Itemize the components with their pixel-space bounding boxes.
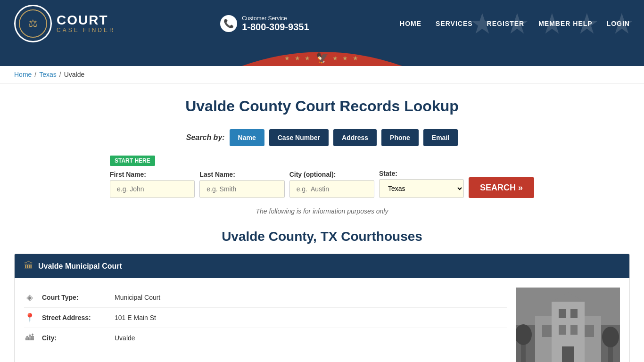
search-section: Search by: Name Case Number Address Phon… <box>110 129 534 215</box>
tab-phone[interactable]: Phone <box>381 129 419 146</box>
logo-court-text: COURT <box>57 14 116 27</box>
courthouse-body: ◈ Court Type: Municipal Court 📍 Street A… <box>15 278 629 362</box>
courthouse-icon: 🏛 <box>24 261 33 272</box>
breadcrumb-sep-2: / <box>59 71 61 78</box>
nav-member-help[interactable]: MEMBER HELP <box>538 20 592 27</box>
tab-case-number[interactable]: Case Number <box>269 129 329 146</box>
courthouse-photo-placeholder <box>516 288 620 362</box>
state-label: State: <box>379 170 464 177</box>
detail-row-city: 🏙 City: Uvalde <box>24 328 507 347</box>
cs-label: Customer Service <box>242 15 309 22</box>
logo-text: COURT CASE FINDER <box>57 14 116 33</box>
tab-address[interactable]: Address <box>333 129 377 146</box>
logo-area: ⚖ COURT CASE FINDER <box>14 5 116 42</box>
nav-register[interactable]: REGISTER <box>487 20 525 27</box>
nav-login[interactable]: LOGIN <box>607 20 630 27</box>
court-type-label: Court Type: <box>42 294 108 301</box>
last-name-group: Last Name: <box>199 171 284 198</box>
svg-rect-9 <box>570 325 578 335</box>
main-nav: HOME SERVICES REGISTER MEMBER HELP LOGIN <box>400 20 630 27</box>
city-group: City (optional): <box>289 171 374 198</box>
logo-case-finder-text: CASE FINDER <box>57 27 116 33</box>
city-label: City (optional): <box>289 171 374 178</box>
main-content: Uvalde County Court Records Lookup Searc… <box>0 83 644 362</box>
nav-home[interactable]: HOME <box>400 20 421 27</box>
logo-badge: ⚖ <box>14 5 52 42</box>
city-input[interactable] <box>289 180 374 198</box>
svg-rect-11 <box>562 346 574 362</box>
tab-name[interactable]: Name <box>230 129 264 146</box>
detail-row-address: 📍 Street Address: 101 E Main St <box>24 308 507 328</box>
search-button-label: SEARCH » <box>480 183 523 193</box>
courthouse-name-link[interactable]: Uvalde Municipal Court <box>38 262 122 271</box>
breadcrumb-bar: Home / Texas / Uvalde <box>0 66 644 83</box>
courthouse-photo <box>516 288 620 362</box>
address-value: 101 E Main St <box>115 314 156 321</box>
breadcrumb-home[interactable]: Home <box>14 71 32 78</box>
courthouses-title: Uvalde County, TX Courthouses <box>14 229 630 244</box>
svg-rect-10 <box>585 325 594 337</box>
nav-services[interactable]: SERVICES <box>436 20 473 27</box>
page-title: Uvalde County Court Records Lookup <box>14 98 630 115</box>
start-here-badge: START HERE <box>110 156 534 170</box>
cs-phone: 1-800-309-9351 <box>242 22 309 33</box>
eagle-stars-right: ★ ★ ★ <box>332 55 360 62</box>
first-name-input[interactable] <box>110 180 195 198</box>
search-by-row: Search by: Name Case Number Address Phon… <box>110 129 534 146</box>
svg-rect-5 <box>559 309 566 318</box>
detail-row-court-type: ◈ Court Type: Municipal Court <box>24 288 507 308</box>
eagle-content: ★ ★ ★ 🦅 ★ ★ ★ <box>284 52 359 64</box>
tab-email[interactable]: Email <box>423 129 458 146</box>
courthouse-card: 🏛 Uvalde Municipal Court ◈ Court Type: M… <box>14 254 630 362</box>
courthouse-details: ◈ Court Type: Municipal Court 📍 Street A… <box>24 288 507 362</box>
last-name-input[interactable] <box>199 180 284 198</box>
search-by-label: Search by: <box>186 133 225 142</box>
site-header: ★ ★ ★ ★ ★ ⚖ COURT CASE FINDER 📞 Customer… <box>0 0 644 66</box>
court-type-value: Municipal Court <box>115 294 160 301</box>
last-name-label: Last Name: <box>199 171 284 178</box>
city-icon: 🏙 <box>24 333 35 343</box>
court-type-icon: ◈ <box>24 292 35 303</box>
courthouse-header: 🏛 Uvalde Municipal Court <box>15 254 629 278</box>
city-detail-label: City: <box>42 334 108 342</box>
breadcrumb-texas[interactable]: Texas <box>39 71 57 78</box>
city-detail-value: Uvalde <box>115 334 135 342</box>
eagle-icon: 🦅 <box>316 52 329 64</box>
first-name-group: First Name: <box>110 171 195 198</box>
info-note: The following is for information purpose… <box>110 207 534 215</box>
state-select[interactable]: Texas Alabama Alaska Arizona California … <box>379 179 464 198</box>
logo-icon: ⚖ <box>28 17 38 30</box>
start-here-label: START HERE <box>110 156 155 166</box>
eagle-strip: ★ ★ ★ 🦅 ★ ★ ★ <box>0 47 644 66</box>
search-button[interactable]: SEARCH » <box>469 177 534 198</box>
svg-rect-6 <box>570 309 578 318</box>
eagle-stars-left: ★ ★ ★ <box>284 55 312 62</box>
search-form: First Name: Last Name: City (optional): … <box>110 170 534 198</box>
breadcrumb-sep-1: / <box>34 71 36 78</box>
breadcrumb-current: Uvalde <box>64 71 85 78</box>
customer-service: 📞 Customer Service 1-800-309-9351 <box>220 15 309 33</box>
first-name-label: First Name: <box>110 171 195 178</box>
breadcrumb: Home / Texas / Uvalde <box>14 71 630 78</box>
courthouse-building-svg <box>516 288 620 362</box>
address-label: Street Address: <box>42 314 108 321</box>
address-icon: 📍 <box>24 313 35 323</box>
state-group: State: Texas Alabama Alaska Arizona Cali… <box>379 170 464 198</box>
svg-rect-7 <box>542 325 552 337</box>
svg-point-15 <box>602 327 619 347</box>
svg-rect-8 <box>559 325 566 335</box>
phone-icon: 📞 <box>220 15 237 32</box>
